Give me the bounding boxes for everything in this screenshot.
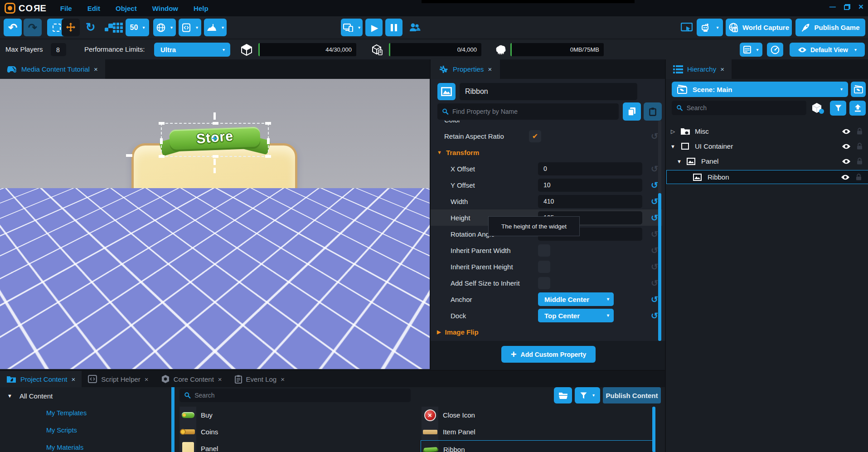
layout-dropdown[interactable]: ▾ xyxy=(740,43,762,57)
rotate-tool-button[interactable]: ↻ xyxy=(82,19,99,36)
scene-manager-button[interactable] xyxy=(851,82,866,97)
tab-project-content[interactable]: Project Content × xyxy=(0,371,82,387)
tab-properties[interactable]: Properties × xyxy=(431,59,500,79)
content-item-item-panel[interactable]: Item Panel xyxy=(422,423,655,440)
performance-gauge-button[interactable] xyxy=(767,43,783,57)
tab-core-content[interactable]: Core Content × xyxy=(155,371,228,387)
menu-help[interactable]: Help xyxy=(194,5,209,12)
window-close-button[interactable]: × xyxy=(858,4,863,10)
visibility-eye-icon[interactable] xyxy=(841,174,850,180)
preview-device-dropdown[interactable]: ▾ xyxy=(341,19,363,36)
selection-box[interactable]: + xyxy=(161,123,269,157)
play-button[interactable]: ▶ xyxy=(365,19,383,36)
menu-edit[interactable]: Edit xyxy=(87,5,100,12)
content-search-input[interactable] xyxy=(194,392,406,399)
script-dropdown[interactable]: ▾ xyxy=(179,19,201,36)
content-item-buy[interactable]: Buy xyxy=(179,407,415,423)
content-item-ribbon[interactable]: Ribbon xyxy=(421,440,655,452)
object-name-input[interactable] xyxy=(460,83,637,100)
performance-limits-dropdown[interactable]: Ultra ▾ xyxy=(154,43,230,57)
lock-icon[interactable] xyxy=(857,143,863,150)
capture-bot-dropdown[interactable]: ▾ xyxy=(697,19,723,36)
content-filter-dropdown[interactable]: ▾ xyxy=(575,387,600,403)
export-template-button[interactable] xyxy=(849,101,866,116)
inherit-width-checkbox[interactable] xyxy=(538,244,550,257)
window-minimize-button[interactable]: — xyxy=(829,5,836,9)
grid-size-dropdown[interactable]: 50 ▾ xyxy=(126,19,149,36)
x-offset-input[interactable]: 0 xyxy=(538,162,642,175)
menu-object[interactable]: Object xyxy=(116,5,137,12)
tab-media-content-tutorial[interactable]: Media Content Tutorial × xyxy=(0,59,105,79)
tree-item-my-scripts[interactable]: My Scripts xyxy=(0,422,171,439)
tree-row-misc[interactable]: ▷ Misc xyxy=(666,125,868,137)
close-icon[interactable]: × xyxy=(71,375,75,383)
menu-file[interactable]: File xyxy=(60,5,72,12)
close-icon[interactable]: × xyxy=(281,375,285,383)
visibility-eye-icon[interactable] xyxy=(842,128,851,135)
anchor-dropdown[interactable]: Middle Center▾ xyxy=(538,292,614,306)
expand-icon[interactable]: ▼ xyxy=(670,144,675,149)
tree-root-all-content[interactable]: ▼ All Content xyxy=(0,387,171,404)
close-icon[interactable]: × xyxy=(218,375,222,383)
close-icon[interactable]: × xyxy=(720,65,724,73)
selection-handle[interactable] xyxy=(213,122,218,125)
screen-share-button[interactable] xyxy=(680,22,693,34)
selection-handle[interactable] xyxy=(213,155,218,158)
content-scrollbar[interactable] xyxy=(652,407,655,452)
open-folder-button[interactable] xyxy=(554,387,572,403)
move-tool-button[interactable] xyxy=(62,19,80,36)
window-restore-button[interactable] xyxy=(844,4,850,10)
tab-event-log[interactable]: Event Log × xyxy=(228,371,291,387)
retain-aspect-checkbox[interactable]: ✔ xyxy=(529,130,541,142)
selection-handle[interactable] xyxy=(160,138,163,144)
terrain-dropdown[interactable]: ▾ xyxy=(204,19,227,36)
tree-item-my-templates[interactable]: My Templates xyxy=(0,404,171,422)
expand-icon[interactable]: ▼ xyxy=(677,159,682,164)
expand-icon[interactable]: ▷ xyxy=(671,128,675,135)
close-icon[interactable]: × xyxy=(145,375,149,383)
grid-snap-button[interactable] xyxy=(109,19,127,36)
content-item-panel[interactable]: Panel xyxy=(179,440,415,452)
property-search-input[interactable] xyxy=(452,108,614,115)
publish-game-button[interactable]: Publish Game xyxy=(795,19,865,36)
max-players-input[interactable] xyxy=(51,43,66,56)
undo-button[interactable]: ↶ xyxy=(4,19,22,36)
tree-row-ribbon[interactable]: Ribbon xyxy=(666,170,868,184)
inherit-height-checkbox[interactable] xyxy=(538,261,550,273)
multiplayer-preview-button[interactable] xyxy=(407,20,422,35)
close-icon[interactable]: × xyxy=(488,65,492,73)
properties-scrollbar[interactable] xyxy=(658,121,661,341)
redo-button[interactable]: ↷ xyxy=(24,19,42,36)
world-settings-dropdown[interactable]: ▾ xyxy=(153,19,176,36)
dock-dropdown[interactable]: Top Center▾ xyxy=(538,309,614,322)
add-self-size-checkbox[interactable] xyxy=(538,277,550,289)
tree-row-ui-container[interactable]: ▼ UI Container xyxy=(666,140,868,152)
content-item-coins[interactable]: Coins xyxy=(179,423,415,440)
hierarchy-filter-button[interactable] xyxy=(830,101,846,116)
viewport-scene[interactable]: Store + xyxy=(0,79,430,369)
add-custom-property-button[interactable]: + Add Custom Property xyxy=(501,346,596,363)
publish-content-button[interactable]: Publish Content xyxy=(603,387,661,403)
lock-icon[interactable] xyxy=(856,174,862,180)
paste-properties-button[interactable] xyxy=(644,102,662,121)
close-icon[interactable]: × xyxy=(94,65,98,73)
pivot-plus-icon[interactable]: + xyxy=(212,134,218,144)
section-image-flip[interactable]: ▶ Image Flip xyxy=(431,324,662,340)
object-type-image-button[interactable] xyxy=(437,83,456,100)
content-item-close-icon[interactable]: × Close Icon xyxy=(422,407,655,423)
menu-window[interactable]: Window xyxy=(152,5,178,12)
copy-properties-button[interactable] xyxy=(623,102,641,121)
pause-button[interactable] xyxy=(385,19,402,36)
content-splitter[interactable] xyxy=(171,387,175,452)
world-capture-button[interactable]: World Capture xyxy=(726,19,792,36)
lock-icon[interactable] xyxy=(857,128,863,135)
tree-row-panel[interactable]: ▼ Panel xyxy=(666,155,868,167)
visibility-eye-icon[interactable] xyxy=(842,143,851,150)
section-transform[interactable]: ▼ Transform xyxy=(431,144,662,160)
group-objects-icon[interactable] xyxy=(812,102,824,114)
scene-dropdown[interactable]: Scene: Main ▾ xyxy=(672,82,848,97)
y-offset-input[interactable]: 10 xyxy=(538,179,642,192)
default-view-dropdown[interactable]: Default View ▾ xyxy=(790,43,865,57)
width-input[interactable]: 410 xyxy=(538,195,642,208)
lock-icon[interactable] xyxy=(857,158,863,165)
